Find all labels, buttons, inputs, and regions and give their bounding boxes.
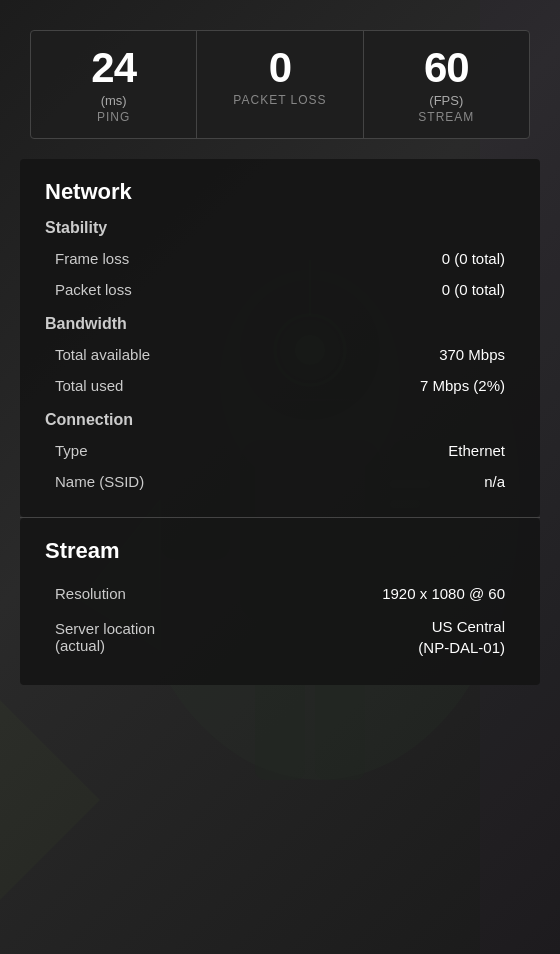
server-location-row: Server location (actual) US Central (NP-…	[45, 609, 515, 665]
frame-loss-label: Frame loss	[55, 250, 129, 267]
server-location-label: Server location (actual)	[55, 620, 155, 654]
name-ssid-label: Name (SSID)	[55, 473, 144, 490]
frame-loss-row: Frame loss 0 (0 total)	[45, 243, 515, 274]
stream-cell: 60 (FPS) STREAM	[364, 31, 529, 138]
stream-panel: Stream Resolution 1920 x 1080 @ 60 Serve…	[20, 518, 540, 685]
stats-bar: 24 (ms) PING 0 PACKET LOSS 60 (FPS) STRE…	[30, 30, 530, 139]
resolution-value: 1920 x 1080 @ 60	[382, 585, 505, 602]
network-section-title: Network	[45, 179, 515, 205]
resolution-label: Resolution	[55, 585, 126, 602]
server-location-value: US Central (NP-DAL-01)	[418, 616, 505, 658]
stream-label: STREAM	[374, 110, 519, 124]
packet-loss-row-label: Packet loss	[55, 281, 132, 298]
name-ssid-row: Name (SSID) n/a	[45, 466, 515, 497]
total-used-label: Total used	[55, 377, 123, 394]
ping-cell: 24 (ms) PING	[31, 31, 197, 138]
packet-loss-row: Packet loss 0 (0 total)	[45, 274, 515, 305]
ping-value: 24	[41, 47, 186, 89]
packet-loss-value: 0	[207, 47, 352, 89]
frame-loss-value: 0 (0 total)	[442, 250, 505, 267]
ping-unit: (ms)	[41, 93, 186, 108]
name-ssid-value: n/a	[484, 473, 505, 490]
packet-loss-label: PACKET LOSS	[207, 93, 352, 107]
total-available-label: Total available	[55, 346, 150, 363]
network-panel: Network Stability Frame loss 0 (0 total)…	[20, 159, 540, 517]
total-used-value: 7 Mbps (2%)	[420, 377, 505, 394]
total-available-value: 370 Mbps	[439, 346, 505, 363]
connection-type-label: Type	[55, 442, 88, 459]
packet-loss-cell: 0 PACKET LOSS	[197, 31, 363, 138]
resolution-row: Resolution 1920 x 1080 @ 60	[45, 578, 515, 609]
total-available-row: Total available 370 Mbps	[45, 339, 515, 370]
connection-subsection-title: Connection	[45, 411, 515, 429]
stability-subsection-title: Stability	[45, 219, 515, 237]
bandwidth-subsection-title: Bandwidth	[45, 315, 515, 333]
stream-unit: (FPS)	[374, 93, 519, 108]
total-used-row: Total used 7 Mbps (2%)	[45, 370, 515, 401]
connection-type-value: Ethernet	[448, 442, 505, 459]
main-content: 24 (ms) PING 0 PACKET LOSS 60 (FPS) STRE…	[0, 30, 560, 954]
stream-section-title: Stream	[45, 538, 515, 564]
packet-loss-row-value: 0 (0 total)	[442, 281, 505, 298]
stream-value: 60	[374, 47, 519, 89]
ping-label: PING	[41, 110, 186, 124]
connection-type-row: Type Ethernet	[45, 435, 515, 466]
